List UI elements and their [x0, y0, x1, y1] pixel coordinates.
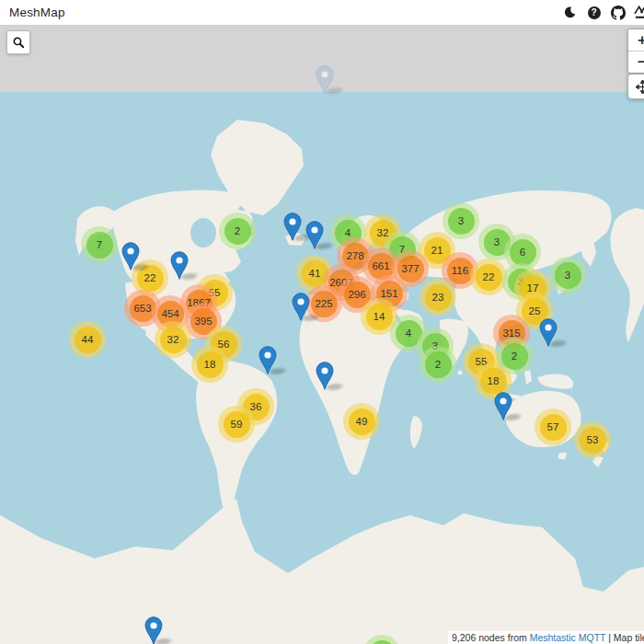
- cluster-marker[interactable]: 3: [549, 257, 586, 293]
- cluster-count: 44: [82, 334, 94, 345]
- cluster-marker[interactable]: 32: [155, 321, 191, 358]
- pin-icon: [316, 65, 334, 95]
- tiles-text: | Map tiles from: [605, 632, 644, 643]
- node-pin-marker[interactable]: [494, 392, 512, 421]
- cluster-count: 14: [374, 311, 385, 322]
- locate-button[interactable]: [627, 74, 644, 99]
- cluster-marker[interactable]: 23: [420, 279, 456, 316]
- cluster-marker[interactable]: 53: [574, 421, 611, 458]
- search-icon: [12, 36, 25, 49]
- cluster-count: 395: [194, 316, 212, 327]
- question-circle-icon: ?: [588, 6, 601, 19]
- cluster-count: 296: [348, 289, 365, 300]
- node-pin-marker[interactable]: [316, 362, 334, 391]
- moon-icon: [563, 6, 577, 19]
- cluster-marker[interactable]: 44: [69, 321, 106, 358]
- cluster-count: 22: [144, 272, 156, 283]
- cluster-count: 32: [377, 227, 389, 238]
- meshmap-app: 3243237721627866137711641322223260717551…: [0, 0, 644, 644]
- cluster-count: 53: [587, 434, 599, 445]
- search-button[interactable]: [6, 30, 30, 54]
- cluster-count: 3: [494, 236, 500, 247]
- cluster-count: 4: [345, 227, 351, 238]
- mountain-logo-icon: [634, 5, 644, 20]
- cluster-count: 59: [231, 419, 243, 430]
- nodes-count-text: 9,206 nodes from: [452, 632, 530, 643]
- app-title: MeshMap: [9, 6, 65, 19]
- cluster-count: 4: [406, 328, 411, 339]
- pin-icon: [316, 362, 334, 391]
- zoom-control: + −: [627, 29, 644, 74]
- zoom-out-button[interactable]: −: [628, 51, 644, 73]
- cluster-count: 41: [309, 268, 321, 279]
- cluster-marker[interactable]: 18: [191, 346, 228, 383]
- cluster-count: 661: [372, 260, 389, 271]
- cluster-count: 225: [315, 298, 332, 309]
- cluster-count: 454: [161, 308, 178, 319]
- cluster-marker[interactable]: 2: [420, 346, 456, 383]
- cluster-marker[interactable]: 3: [443, 202, 479, 239]
- node-pin-marker[interactable]: [305, 221, 324, 250]
- github-button[interactable]: [610, 5, 626, 20]
- node-pin-marker[interactable]: [144, 616, 163, 644]
- cluster-count: 278: [346, 250, 363, 261]
- dark-mode-toggle[interactable]: [562, 5, 578, 20]
- cluster-count: 653: [133, 303, 151, 314]
- cluster-marker[interactable]: 2: [219, 213, 256, 249]
- node-pin-marker[interactable]: [316, 65, 334, 95]
- cluster-marker[interactable]: 49: [343, 403, 380, 440]
- cluster-count: 3: [565, 270, 570, 281]
- meshtastic-mqtt-link[interactable]: Meshtastic MQTT: [530, 632, 606, 643]
- pin-icon: [144, 616, 163, 644]
- pin-icon: [292, 293, 310, 322]
- markers-layer: 3243237721627866137711641322223260717551…: [0, 0, 644, 644]
- cluster-count: 116: [452, 265, 468, 276]
- cluster-count: 32: [167, 334, 179, 345]
- pin-icon: [305, 221, 324, 250]
- cluster-marker[interactable]: 59: [218, 406, 255, 443]
- partner-logo-button[interactable]: [634, 5, 644, 20]
- cluster-count: 57: [547, 421, 559, 432]
- node-pin-marker[interactable]: [259, 346, 277, 375]
- cluster-count: 49: [356, 416, 368, 427]
- github-icon: [611, 6, 626, 20]
- cluster-count: 23: [432, 292, 444, 303]
- move-crosshair-icon: [636, 80, 644, 94]
- cluster-count: 6: [520, 247, 525, 258]
- pin-icon: [539, 318, 558, 348]
- header-icons: ?: [562, 5, 640, 20]
- cluster-marker[interactable]: 7: [81, 226, 118, 263]
- node-pin-marker[interactable]: [283, 213, 302, 242]
- node-pin-marker[interactable]: [121, 242, 140, 271]
- node-pin-marker[interactable]: [170, 251, 189, 281]
- zoom-in-button[interactable]: +: [628, 29, 644, 51]
- cluster-count: 25: [529, 305, 541, 316]
- cluster-marker[interactable]: 57: [535, 408, 571, 445]
- map-attribution: 9,206 nodes from Meshtastic MQTT | Map t…: [448, 631, 644, 644]
- pin-icon: [121, 242, 140, 271]
- pin-icon: [494, 392, 512, 421]
- cluster-count: 151: [380, 288, 397, 299]
- cluster-count: 7: [97, 239, 102, 250]
- cluster-count: 2: [235, 225, 240, 236]
- node-pin-marker[interactable]: [292, 293, 310, 322]
- app-header: MeshMap ?: [0, 0, 644, 26]
- cluster-count: 21: [431, 245, 443, 256]
- cluster-count: 3: [458, 215, 464, 226]
- cluster-count: 2: [512, 351, 517, 362]
- cluster-marker[interactable]: [363, 635, 400, 644]
- cluster-count: 18: [204, 359, 216, 370]
- cluster-count: 2: [435, 359, 441, 370]
- pin-icon: [283, 213, 302, 242]
- pin-icon: [170, 251, 189, 281]
- help-button[interactable]: ?: [586, 5, 602, 20]
- cluster-count: 377: [401, 263, 419, 274]
- cluster-count: 22: [483, 271, 495, 282]
- pin-icon: [259, 346, 277, 375]
- cluster-count: 18: [488, 375, 500, 386]
- cluster-count: 36: [250, 401, 262, 412]
- cluster-marker[interactable]: 22: [470, 259, 507, 295]
- node-pin-marker[interactable]: [539, 318, 558, 348]
